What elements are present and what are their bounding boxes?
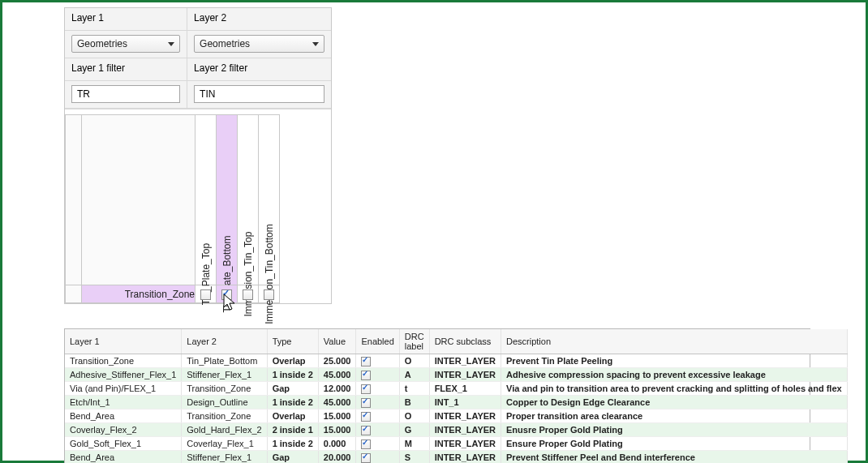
- cell-enabled[interactable]: [356, 396, 399, 409]
- matrix-col-label: Immersion_Tin_Top: [243, 232, 254, 317]
- checkbox-icon[interactable]: [361, 439, 371, 449]
- matrix-col-label: Immersion_Tin_Bottom: [264, 224, 275, 324]
- table-header-row: Layer 1 Layer 2 Type Value Enabled DRC l…: [65, 329, 847, 354]
- cell-type: Overlap: [267, 409, 318, 423]
- cell-enabled[interactable]: [356, 451, 399, 464]
- chevron-down-icon: [168, 42, 174, 46]
- cell-drc-subclass: INTER_LAYER: [429, 451, 501, 464]
- checkbox-icon[interactable]: [361, 426, 371, 435]
- col-header-drc-subclass[interactable]: DRC subclass: [429, 329, 501, 354]
- cell-drc-label: O: [399, 409, 429, 423]
- layer2-dropdown-value: Geometries: [200, 38, 250, 49]
- cell-drc-subclass: FLEX_1: [429, 382, 501, 396]
- table-row[interactable]: Via (and Pin)/FLEX_1Transition_ZoneGap12…: [65, 382, 847, 396]
- cell-type: Gap: [267, 451, 318, 464]
- col-header-drc-label[interactable]: DRC label: [399, 329, 429, 354]
- cell-drc-label: t: [399, 382, 429, 396]
- cell-layer1: Bend_Area: [65, 451, 182, 464]
- checkbox-icon[interactable]: [361, 371, 371, 380]
- cell-enabled[interactable]: [356, 409, 399, 423]
- cell-drc-label: O: [399, 354, 429, 368]
- layer1-filter-label: Layer 1 filter: [71, 62, 180, 74]
- table-row[interactable]: Bend_AreaStiffener_Flex_1Gap20.000SINTER…: [65, 451, 847, 464]
- layer-dropdown-row: Geometries Geometries: [65, 31, 331, 58]
- cell-type: 1 inside 2: [267, 437, 318, 451]
- cell-layer2: Design_Outline: [182, 396, 267, 409]
- matrix-col-header[interactable]: Tin_Plate_Bottom: [217, 115, 238, 285]
- cell-value: 20.000: [318, 451, 356, 464]
- checkbox-icon[interactable]: [361, 412, 371, 422]
- matrix-corner: [66, 115, 82, 285]
- checkbox-icon[interactable]: [361, 453, 371, 463]
- cell-drc-subclass: INTER_LAYER: [429, 354, 501, 368]
- rules-table-panel: Layer 1 Layer 2 Type Value Enabled DRC l…: [64, 328, 810, 463]
- table-row[interactable]: Etch/Int_1Design_Outline1 inside 245.000…: [65, 396, 847, 409]
- layer1-filter-input[interactable]: [71, 85, 180, 103]
- cell-layer1: Coverlay_Flex_2: [65, 423, 182, 437]
- checkbox-icon[interactable]: [361, 384, 371, 394]
- layer1-dropdown[interactable]: Geometries: [71, 35, 180, 53]
- cell-layer2: Transition_Zone: [182, 382, 267, 396]
- table-row[interactable]: Adhesive_Stiffener_Flex_1Stiffener_Flex_…: [65, 368, 847, 382]
- matrix-cell[interactable]: [217, 285, 238, 303]
- table-row[interactable]: Bend_AreaTransition_ZoneOverlap15.000OIN…: [65, 409, 847, 423]
- cell-drc-subclass: INTER_LAYER: [429, 437, 501, 451]
- cell-value: 15.000: [318, 409, 356, 423]
- cell-value: 15.000: [318, 423, 356, 437]
- cell-enabled[interactable]: [356, 382, 399, 396]
- cell-layer2: Tin_Plate_Bottom: [182, 354, 267, 368]
- matrix-row-header[interactable]: Transition_Zone: [82, 285, 196, 303]
- col-header-layer2[interactable]: Layer 2: [182, 329, 267, 354]
- cell-type: 2 inside 1: [267, 423, 318, 437]
- col-header-description[interactable]: Description: [501, 329, 848, 354]
- matrix-col-header[interactable]: Immersion_Tin_Bottom: [259, 115, 280, 285]
- col-header-enabled[interactable]: Enabled: [356, 329, 399, 354]
- cell-value: 0.000: [318, 437, 356, 451]
- checkbox-icon[interactable]: [200, 289, 211, 300]
- checkbox-icon[interactable]: [221, 289, 232, 300]
- chevron-down-icon: [312, 42, 319, 46]
- matrix-col-header[interactable]: Immersion_Tin_Top: [238, 115, 259, 285]
- filter-label-row: Layer 1 filter Layer 2 filter: [65, 58, 331, 81]
- cell-enabled[interactable]: [356, 423, 399, 437]
- cell-enabled[interactable]: [356, 354, 399, 368]
- layer2-dropdown[interactable]: Geometries: [194, 35, 324, 53]
- table-row[interactable]: Transition_ZoneTin_Plate_BottomOverlap25…: [65, 354, 847, 368]
- cell-enabled[interactable]: [356, 368, 399, 382]
- matrix-spacer: [82, 115, 196, 285]
- cell-drc-label: M: [399, 437, 429, 451]
- layer2-filter-label: Layer 2 filter: [194, 62, 324, 74]
- matrix-area: Tin_Plate_Top Tin_Plate_Bottom Immersion…: [65, 109, 331, 303]
- cell-layer1: Transition_Zone: [65, 354, 182, 368]
- cell-layer1: Etch/Int_1: [65, 396, 182, 409]
- cell-drc-label: B: [399, 396, 429, 409]
- app-frame: Layer 1 Layer 2 Geometries Geometries La…: [0, 0, 868, 463]
- cell-description: Copper to Design Edge Clearance: [501, 396, 848, 409]
- col-header-type[interactable]: Type: [267, 329, 318, 354]
- matrix-row-label: Transition_Zone: [125, 289, 195, 300]
- cell-type: Overlap: [267, 354, 318, 368]
- col-header-value[interactable]: Value: [318, 329, 356, 354]
- checkbox-icon[interactable]: [243, 289, 253, 300]
- table-row[interactable]: Gold_Soft_Flex_1Coverlay_Flex_11 inside …: [65, 437, 847, 451]
- layer1-label: Layer 1: [71, 12, 180, 24]
- checkbox-icon[interactable]: [264, 289, 274, 300]
- matrix-col-header[interactable]: Tin_Plate_Top: [196, 115, 217, 285]
- cell-enabled[interactable]: [356, 437, 399, 451]
- cell-layer1: Via (and Pin)/FLEX_1: [65, 382, 182, 396]
- cell-layer1: Adhesive_Stiffener_Flex_1: [65, 368, 182, 382]
- filter-input-row: [65, 81, 331, 109]
- cell-value: 45.000: [318, 396, 356, 409]
- layer-filter-panel: Layer 1 Layer 2 Geometries Geometries La…: [64, 7, 332, 304]
- table-row[interactable]: Coverlay_Flex_2Gold_Hard_Flex_22 inside …: [65, 423, 847, 437]
- cell-description: Ensure Proper Gold Plating: [501, 437, 848, 451]
- cell-drc-label: A: [399, 368, 429, 382]
- cell-description: Enusre Proper Gold Plating: [501, 423, 848, 437]
- layer2-filter-input[interactable]: [194, 85, 324, 103]
- cell-type: Gap: [267, 382, 318, 396]
- col-header-layer1[interactable]: Layer 1: [65, 329, 182, 354]
- checkbox-icon[interactable]: [361, 398, 371, 408]
- checkbox-icon[interactable]: [361, 357, 371, 367]
- layer-label-row: Layer 1 Layer 2: [65, 8, 331, 31]
- cell-drc-subclass: INTER_LAYER: [429, 409, 501, 423]
